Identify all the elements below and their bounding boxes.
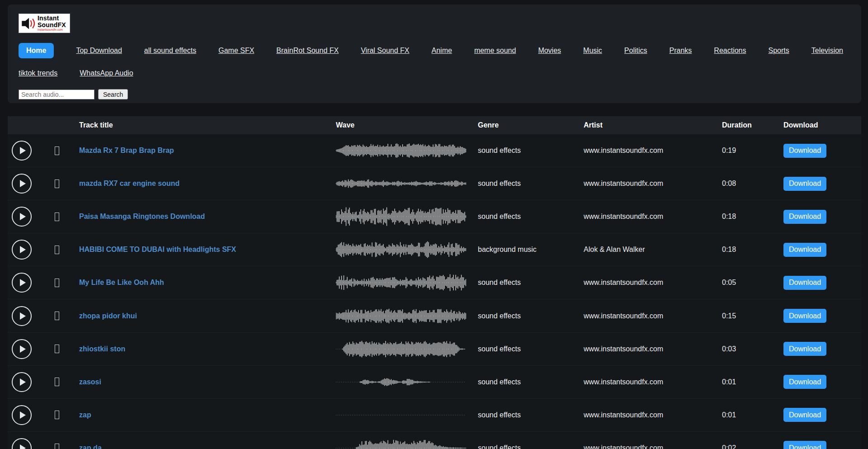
nav-link-reactions[interactable]: Reactions — [714, 47, 746, 55]
nav-link-whatsapp-audio[interactable]: WhatsApp Audio — [80, 69, 133, 77]
genre-text: sound effects — [478, 345, 521, 353]
site-logo[interactable]: Instant SoundFX instantsoundfx.com — [19, 14, 70, 33]
genre-cell: sound effects — [478, 279, 584, 287]
waveform[interactable] — [336, 171, 466, 196]
play-button[interactable] — [12, 240, 32, 260]
track-title-link[interactable]: zhopa pidor khui — [79, 312, 137, 320]
track-row: HABIBI COME TO DUBAI with Headlights SFX… — [8, 233, 861, 266]
nav-link-brainrot-sound-fx[interactable]: BrainRot Sound FX — [276, 47, 339, 55]
nav-link-game-sfx[interactable]: Game SFX — [218, 47, 254, 55]
track-title-link[interactable]: HABIBI COME TO DUBAI with Headlights SFX — [79, 246, 236, 253]
row-controls — [8, 240, 79, 260]
nav-link-tiktok-trends[interactable]: tiktok trends — [19, 69, 57, 77]
waveform[interactable] — [336, 270, 466, 295]
track-title-link[interactable]: mazda RX7 car engine sound — [79, 180, 179, 187]
download-button[interactable]: Download — [783, 177, 826, 191]
play-button[interactable] — [12, 141, 32, 161]
nav-link-home[interactable]: Home — [19, 43, 54, 58]
nav-link-all-sound-effects[interactable]: all sound effects — [144, 47, 196, 55]
download-cell: Download — [783, 441, 861, 449]
speaker-icon — [21, 16, 36, 31]
play-button[interactable] — [12, 273, 32, 293]
nav-link-television[interactable]: Television — [811, 47, 843, 55]
play-button[interactable] — [12, 207, 32, 227]
waveform[interactable] — [336, 403, 466, 427]
track-title-link[interactable]: My Life Be Like Ooh Ahh — [79, 279, 164, 286]
download-button[interactable]: Download — [783, 408, 826, 422]
nav-link-meme-sound[interactable]: meme sound — [474, 47, 516, 55]
nav-link-music[interactable]: Music — [583, 47, 602, 55]
duration-text: 0:18 — [722, 213, 736, 220]
duration-text: 0:01 — [722, 411, 736, 419]
download-cell: Download — [783, 144, 861, 158]
play-button[interactable] — [12, 372, 32, 392]
nav-link-politics[interactable]: Politics — [624, 47, 647, 55]
logo-name-line2: SoundFX — [38, 22, 66, 28]
artist-text: www.instantsoundfx.com — [584, 444, 663, 449]
nav-link-viral-sound-fx[interactable]: Viral Sound FX — [361, 47, 409, 55]
play-button[interactable] — [12, 174, 32, 194]
track-title-link[interactable]: Mazda Rx 7 Brap Brap Brap — [79, 147, 174, 154]
track-title-link[interactable]: Paisa Masanga Ringtones Download — [79, 213, 205, 220]
play-button[interactable] — [12, 306, 32, 326]
track-title-link[interactable]: zap — [79, 411, 91, 419]
missing-glyph-icon — [55, 246, 59, 254]
missing-glyph-icon — [55, 411, 59, 419]
download-cell: Download — [783, 309, 861, 323]
download-button[interactable]: Download — [783, 441, 826, 449]
download-button[interactable]: Download — [783, 210, 826, 224]
waveform[interactable] — [336, 436, 466, 449]
download-button[interactable]: Download — [783, 243, 826, 257]
waveform[interactable] — [336, 204, 466, 229]
nav-link-anime[interactable]: Anime — [432, 47, 452, 55]
waveform[interactable] — [336, 138, 466, 163]
download-button[interactable]: Download — [783, 144, 826, 158]
wave-cell — [336, 370, 478, 394]
play-button[interactable] — [12, 438, 32, 449]
track-title-link[interactable]: zasosi — [79, 378, 101, 386]
waveform[interactable] — [336, 237, 466, 262]
waveform[interactable] — [336, 370, 466, 394]
nav-link-pranks[interactable]: Pranks — [670, 47, 692, 55]
waveform[interactable] — [336, 304, 466, 328]
track-title-link[interactable]: zap da — [79, 444, 102, 449]
download-button[interactable]: Download — [783, 276, 826, 290]
download-button[interactable]: Download — [783, 375, 826, 389]
title-cell: Mazda Rx 7 Brap Brap Brap — [79, 147, 336, 155]
genre-cell: background music — [478, 246, 584, 254]
missing-glyph-icon — [55, 444, 59, 449]
missing-glyph-icon — [55, 180, 59, 188]
genre-text: sound effects — [478, 180, 521, 187]
artist-text: www.instantsoundfx.com — [584, 411, 663, 419]
track-row: mazda RX7 car engine sound sound effects… — [8, 167, 861, 200]
nav-link-sports[interactable]: Sports — [769, 47, 789, 55]
artist-text: www.instantsoundfx.com — [584, 279, 663, 286]
download-cell: Download — [783, 243, 861, 257]
search-input[interactable] — [19, 90, 94, 99]
artist-text: www.instantsoundfx.com — [584, 378, 663, 386]
play-icon — [20, 345, 26, 353]
row-controls — [8, 438, 79, 449]
genre-cell: sound effects — [478, 345, 584, 353]
download-cell: Download — [783, 210, 861, 224]
play-button[interactable] — [12, 339, 32, 359]
nav-link-top-download[interactable]: Top Download — [76, 47, 122, 55]
row-controls — [8, 306, 79, 326]
download-button[interactable]: Download — [783, 342, 826, 356]
wave-cell — [336, 237, 478, 262]
track-title-link[interactable]: zhiostkii ston — [79, 345, 125, 353]
col-track-title: Track title — [79, 121, 336, 129]
title-cell: zhiostkii ston — [79, 345, 336, 353]
artist-text: www.instantsoundfx.com — [584, 147, 663, 154]
header-panel: Instant SoundFX instantsoundfx.com HomeT… — [8, 5, 861, 103]
artist-cell: www.instantsoundfx.com — [584, 345, 722, 353]
waveform[interactable] — [336, 337, 466, 361]
title-cell: zap da — [79, 444, 336, 449]
track-row: zap sound effects www.instantsoundfx.com… — [8, 399, 861, 432]
play-button[interactable] — [12, 405, 32, 425]
nav-link-movies[interactable]: Movies — [538, 47, 561, 55]
missing-glyph-icon — [55, 213, 59, 221]
search-button[interactable]: Search — [98, 89, 128, 99]
genre-cell: sound effects — [478, 378, 584, 386]
download-button[interactable]: Download — [783, 309, 826, 323]
